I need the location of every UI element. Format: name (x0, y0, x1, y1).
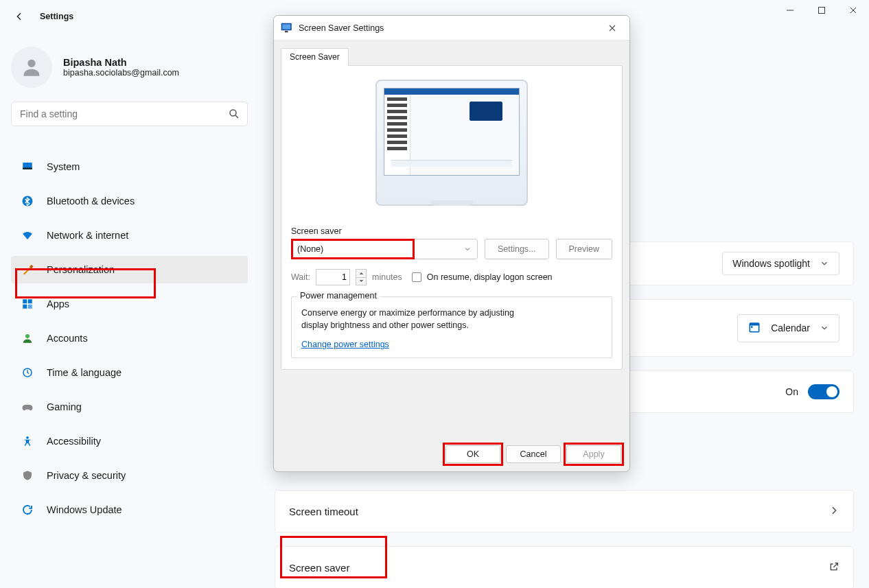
accessibility-icon (21, 434, 34, 448)
maximize-button[interactable] (806, 0, 837, 21)
nav-list: System Bluetooth & devices Network & int… (11, 150, 248, 527)
svg-rect-10 (28, 305, 32, 309)
nav-label: Accessibility (47, 436, 101, 447)
spin-up[interactable] (356, 270, 366, 278)
back-button[interactable] (12, 10, 26, 23)
nav-item-accessibility[interactable]: Accessibility (11, 427, 248, 455)
privacy-icon (21, 469, 34, 482)
resume-checkbox[interactable] (412, 272, 421, 282)
screensaver-dialog: Screen Saver Settings Screen Saver (273, 15, 630, 472)
wait-spinner[interactable] (356, 269, 367, 285)
toggle-switch[interactable] (808, 384, 839, 399)
svg-rect-19 (282, 24, 290, 30)
tab-panel: Screen saver (None) Settings... Preview … (281, 65, 623, 370)
user-profile[interactable]: Bipasha Nath bipasha.sociolabs@gmail.com (11, 41, 248, 102)
nav-item-personalization[interactable]: Personalization (11, 256, 248, 283)
minimize-button[interactable] (774, 0, 806, 21)
nav-label: Windows Update (47, 504, 122, 515)
nav-label: Gaming (47, 401, 82, 412)
dialog-footer: OK Cancel Apply (445, 445, 621, 463)
svg-rect-4 (23, 168, 32, 169)
user-email: bipasha.sociolabs@gmail.com (63, 68, 179, 78)
svg-rect-7 (23, 299, 27, 303)
dialog-title: Screen Saver Settings (299, 23, 384, 33)
nav-item-update[interactable]: Windows Update (11, 496, 248, 524)
settings-button: Settings... (485, 239, 549, 259)
dropdown-label: Windows spotlight (732, 258, 810, 269)
update-icon (21, 503, 34, 517)
svg-rect-0 (819, 8, 825, 14)
spotlight-dropdown[interactable]: Windows spotlight (722, 252, 839, 275)
calendar-icon (748, 320, 761, 336)
nav-label: Time & language (47, 367, 121, 378)
wait-unit: minutes (372, 272, 402, 282)
preview-button: Preview (556, 239, 612, 259)
resume-label: On resume, display logon screen (427, 272, 553, 282)
nav-item-privacy[interactable]: Privacy & security (11, 462, 248, 489)
screen-saver-card[interactable]: Screen saver (275, 546, 854, 588)
svg-point-1 (27, 60, 35, 67)
bluetooth-icon (21, 194, 34, 208)
chevron-right-icon (829, 505, 839, 518)
dialog-close-button[interactable] (602, 18, 623, 38)
selected-option: (None) (297, 244, 323, 254)
nav-label: System (47, 161, 80, 172)
wait-input[interactable] (316, 269, 350, 285)
nav-label: Bluetooth & devices (47, 196, 135, 207)
group-title: Power management (297, 291, 380, 301)
svg-rect-9 (23, 305, 27, 309)
ok-button[interactable]: OK (445, 445, 500, 463)
group-text: Conserve energy or maximize performance … (301, 307, 602, 331)
cancel-button[interactable]: Cancel (506, 445, 561, 463)
time-icon (21, 366, 34, 379)
svg-rect-8 (28, 299, 32, 303)
nav-label: Network & internet (47, 230, 128, 241)
close-button[interactable] (837, 0, 869, 21)
nav-label: Accounts (47, 333, 88, 344)
dialog-icon (281, 23, 293, 34)
nav-item-accounts[interactable]: Accounts (11, 325, 248, 352)
card-title: Screen saver (289, 562, 349, 574)
dialog-title-bar[interactable]: Screen Saver Settings (274, 16, 629, 40)
card-title: Screen timeout (289, 506, 358, 517)
svg-point-2 (230, 110, 236, 116)
preview-monitor (375, 80, 528, 206)
user-name: Bipasha Nath (63, 57, 179, 68)
spin-down[interactable] (356, 278, 366, 285)
personalization-icon (21, 263, 34, 277)
nav-item-network[interactable]: Network & internet (11, 222, 248, 249)
system-icon (21, 160, 34, 174)
dropdown-label: Calendar (771, 322, 810, 333)
screen-saver-select[interactable]: (None) (291, 239, 478, 259)
nav-item-apps[interactable]: Apps (11, 290, 248, 318)
nav-label: Privacy & security (47, 470, 126, 481)
apply-button: Apply (566, 445, 621, 463)
nav-item-system[interactable]: System (11, 153, 248, 180)
svg-point-14 (26, 436, 29, 439)
nav-item-time[interactable]: Time & language (11, 359, 248, 386)
svg-point-11 (25, 334, 30, 338)
change-power-settings-link[interactable]: Change power settings (301, 340, 389, 349)
search-box[interactable] (11, 102, 248, 126)
tab-label: Screen Saver (290, 52, 340, 62)
nav-label: Apps (47, 298, 69, 309)
search-icon (228, 108, 240, 120)
window-title: Settings (40, 12, 73, 21)
tab-screen-saver[interactable]: Screen Saver (281, 48, 349, 66)
search-input[interactable] (20, 108, 222, 119)
screen-saver-label: Screen saver (291, 226, 612, 236)
nav-item-gaming[interactable]: Gaming (11, 393, 248, 421)
svg-rect-20 (285, 31, 288, 32)
sidebar: Bipasha Nath bipasha.sociolabs@gmail.com… (11, 41, 248, 527)
calendar-dropdown[interactable]: Calendar (737, 314, 839, 342)
gaming-icon (21, 400, 34, 414)
power-management-group: Power management Conserve energy or maxi… (291, 296, 612, 358)
wait-row: Wait: minutes On resume, display logon s… (291, 269, 612, 285)
nav-label: Personalization (47, 264, 115, 275)
wait-label: Wait: (291, 272, 310, 282)
wifi-icon (21, 228, 34, 242)
accounts-icon (21, 331, 34, 345)
nav-item-bluetooth[interactable]: Bluetooth & devices (11, 187, 248, 215)
screen-timeout-card[interactable]: Screen timeout (275, 490, 854, 532)
apps-icon (21, 297, 34, 311)
